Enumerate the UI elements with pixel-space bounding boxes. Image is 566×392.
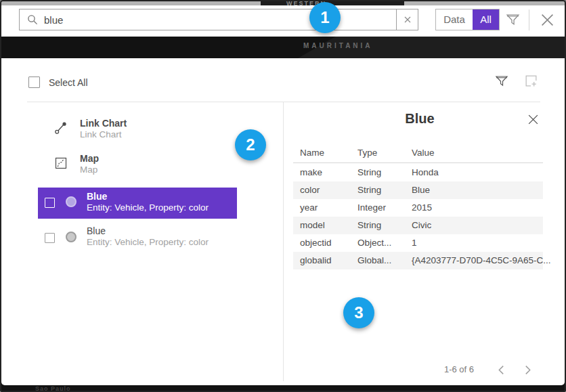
clear-x-icon: [404, 16, 412, 24]
map-icon: [54, 156, 68, 170]
table-row: year Integer 2015: [293, 199, 543, 217]
table-row: make String Honda: [293, 164, 543, 181]
cell-type: String: [357, 185, 381, 195]
column-header-value: Value: [412, 148, 435, 158]
search-input[interactable]: [44, 14, 396, 26]
table-row: model String Civic: [293, 217, 543, 234]
map-background-top: WESTERN: [0, 0, 566, 5]
table-row: objectid Object... 1: [293, 234, 543, 252]
map-label-city: Sao Paulo: [35, 385, 71, 392]
cell-value: Civic: [412, 220, 431, 230]
map-background-strip: MAURITANIA: [0, 37, 566, 58]
result-subtitle: Link Chart: [80, 129, 122, 139]
cell-value: Honda: [412, 167, 439, 177]
cell-name: make: [300, 167, 322, 177]
entity-circle-icon: [66, 232, 77, 242]
cell-type: Object...: [357, 238, 391, 248]
result-subtitle: Map: [80, 165, 97, 175]
search-results-panel: Select All Link Chart Link Chart: [1, 58, 565, 385]
table-row: globalid Global... {A4203777-D70D-4C5C-9…: [293, 252, 543, 269]
add-to-selection-icon[interactable]: [524, 74, 538, 88]
results-filter-icon[interactable]: [495, 74, 508, 88]
cell-name: color: [300, 185, 320, 195]
scope-all-button[interactable]: All: [473, 9, 499, 30]
search-bar[interactable]: [19, 9, 418, 30]
search-icon: [27, 14, 38, 25]
column-header-name: Name: [300, 148, 324, 158]
clear-search-button[interactable]: [396, 9, 418, 30]
scope-data-button[interactable]: Data: [436, 9, 473, 30]
result-item-map[interactable]: Map Map: [53, 152, 236, 179]
cell-name: year: [300, 202, 318, 213]
map-background-bottom: Sao Paulo: [0, 385, 566, 392]
column-header-type: Type: [357, 148, 377, 158]
result-item-link-chart[interactable]: Link Chart Link Chart: [53, 116, 236, 144]
search-overlay-window: WESTERN Data All: [0, 0, 566, 392]
detail-close-icon[interactable]: [527, 114, 539, 125]
cell-type: String: [357, 167, 381, 177]
result-subtitle: Entity: Vehicle, Property: color: [87, 202, 209, 213]
result-item-blue-selected[interactable]: Blue Entity: Vehicle, Property: color: [38, 188, 237, 219]
toolbar-divider: [529, 9, 529, 30]
result-title: Blue: [87, 191, 107, 202]
cell-type: String: [357, 220, 381, 230]
list-detail-divider: [283, 102, 284, 381]
select-all-checkbox[interactable]: [28, 77, 40, 88]
panel-header-divider: [27, 102, 540, 102]
cell-name: model: [300, 220, 325, 230]
toolbar-close-icon[interactable]: [538, 11, 557, 29]
cell-type: Integer: [357, 202, 386, 213]
table-header-divider: [293, 162, 543, 163]
chevron-right-icon[interactable]: [523, 365, 533, 375]
result-checkbox[interactable]: [45, 233, 55, 243]
search-scope-toggle: Data All: [435, 9, 500, 30]
result-item-blue[interactable]: Blue Entity: Vehicle, Property: color: [38, 223, 237, 254]
entity-circle-icon: [66, 196, 77, 207]
cell-value: {A4203777-D70D-4C5C-9A65-C...: [412, 255, 551, 265]
pagination-label: 1-6 of 6: [406, 364, 474, 374]
map-label-mauritania: MAURITANIA: [303, 42, 373, 49]
chevron-left-icon[interactable]: [496, 365, 506, 375]
callout-badge-1: 1: [309, 2, 341, 33]
result-title: Map: [80, 153, 99, 164]
cell-value: Blue: [412, 185, 430, 195]
cell-value: 1: [412, 238, 417, 248]
table-row: color String Blue: [293, 181, 543, 199]
cell-name: globalid: [300, 255, 332, 265]
cell-type: Global...: [357, 255, 391, 265]
cell-name: objectid: [300, 238, 332, 248]
callout-badge-3: 3: [343, 297, 374, 328]
link-chart-icon: [54, 121, 68, 135]
cell-value: 2015: [412, 202, 432, 213]
callout-badge-2: 2: [235, 129, 266, 160]
result-checkbox[interactable]: [45, 198, 55, 208]
select-all-label: Select All: [49, 77, 88, 88]
result-title: Link Chart: [80, 118, 127, 129]
result-title: Blue: [87, 225, 106, 236]
result-subtitle: Entity: Vehicle, Property: color: [87, 237, 209, 247]
toolbar-filter-icon[interactable]: [506, 12, 520, 27]
search-toolbar: Data All: [0, 5, 566, 37]
detail-title: Blue: [291, 111, 548, 127]
